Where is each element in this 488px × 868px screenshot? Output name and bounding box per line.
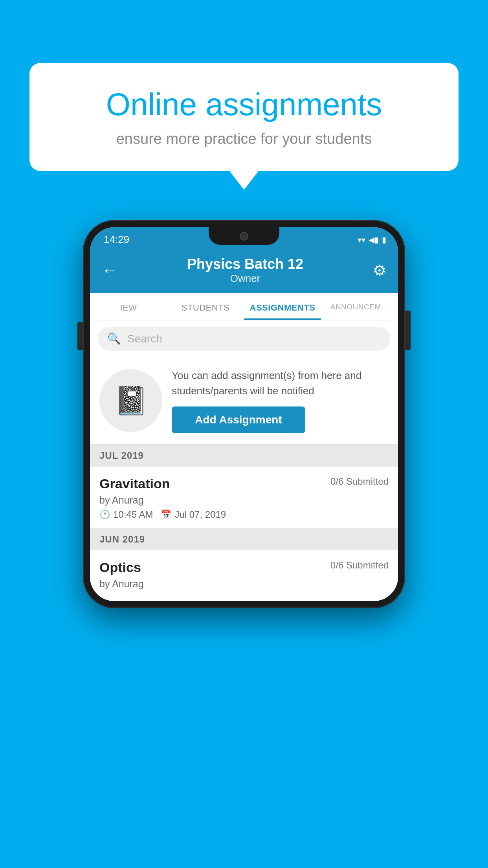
notebook-icon: 📓 bbox=[114, 384, 148, 417]
app-header: ← Physics Batch 12 Owner ⚙ bbox=[90, 249, 398, 293]
settings-icon[interactable]: ⚙ bbox=[373, 262, 386, 279]
status-icons: ▾▾ ◀▮ ▮ bbox=[358, 235, 386, 245]
assignment-item-gravitation[interactable]: Gravitation 0/6 Submitted by Anurag 🕐 10… bbox=[90, 467, 398, 528]
assignment-item-optics[interactable]: Optics 0/6 Submitted by Anurag bbox=[90, 550, 398, 601]
assignment-time: 10:45 AM bbox=[113, 509, 153, 520]
camera bbox=[240, 232, 248, 241]
optics-name: Optics bbox=[99, 560, 141, 575]
optics-by: by Anurag bbox=[99, 578, 389, 590]
content-area: 🔍 Search 📓 You can add assignment(s) fro… bbox=[90, 320, 398, 601]
assignment-by: by Anurag bbox=[99, 495, 389, 506]
search-icon: 🔍 bbox=[107, 332, 121, 345]
assignment-prompt: 📓 You can add assignment(s) from here an… bbox=[90, 357, 398, 445]
assignment-date: Jul 07, 2019 bbox=[174, 509, 226, 520]
bubble-subtitle: ensure more practice for your students bbox=[57, 131, 431, 147]
optics-submitted: 0/6 Submitted bbox=[330, 560, 389, 571]
speech-bubble: Online assignments ensure more practice … bbox=[29, 63, 459, 171]
signal-icon: ◀▮ bbox=[369, 235, 379, 245]
search-input-placeholder[interactable]: Search bbox=[127, 333, 162, 345]
clock-icon: 🕐 bbox=[99, 509, 110, 520]
back-button[interactable]: ← bbox=[102, 261, 117, 279]
tab-announcements[interactable]: ANNOUNCEM… bbox=[321, 293, 398, 320]
phone-wrapper: 14:29 ▾▾ ◀▮ ▮ ← Physics Batch 12 Owner ⚙… bbox=[83, 220, 405, 608]
assignment-submitted: 0/6 Submitted bbox=[330, 476, 389, 487]
notebook-icon-circle: 📓 bbox=[99, 369, 162, 432]
header-subtitle: Owner bbox=[187, 272, 303, 285]
header-center: Physics Batch 12 Owner bbox=[187, 256, 303, 285]
tab-students[interactable]: STUDENTS bbox=[167, 293, 244, 320]
speech-bubble-container: Online assignments ensure more practice … bbox=[29, 63, 459, 171]
assignment-top: Gravitation 0/6 Submitted bbox=[99, 476, 389, 491]
phone-screen: 14:29 ▾▾ ◀▮ ▮ ← Physics Batch 12 Owner ⚙… bbox=[90, 227, 398, 601]
phone-outer: 14:29 ▾▾ ◀▮ ▮ ← Physics Batch 12 Owner ⚙… bbox=[83, 220, 405, 608]
tab-assignments[interactable]: ASSIGNMENTS bbox=[244, 293, 321, 320]
prompt-text: You can add assignment(s) from here and … bbox=[172, 368, 389, 399]
wifi-icon: ▾▾ bbox=[358, 235, 365, 245]
header-title: Physics Batch 12 bbox=[187, 256, 303, 272]
bubble-title: Online assignments bbox=[57, 86, 431, 123]
section-header-jun: JUN 2019 bbox=[90, 528, 398, 550]
status-time: 14:29 bbox=[104, 234, 129, 246]
prompt-right: You can add assignment(s) from here and … bbox=[172, 368, 389, 433]
assignment-name: Gravitation bbox=[99, 476, 170, 491]
search-container: 🔍 Search bbox=[90, 320, 398, 357]
calendar-icon: 📅 bbox=[161, 509, 171, 520]
notch bbox=[209, 227, 279, 245]
assignment-meta: 🕐 10:45 AM 📅 Jul 07, 2019 bbox=[99, 509, 389, 520]
section-header-jul: JUL 2019 bbox=[90, 445, 398, 467]
date-meta: 📅 Jul 07, 2019 bbox=[161, 509, 226, 520]
add-assignment-button[interactable]: Add Assignment bbox=[172, 406, 305, 433]
tab-iew[interactable]: IEW bbox=[90, 293, 167, 320]
search-box[interactable]: 🔍 Search bbox=[98, 327, 390, 351]
tabs-bar: IEW STUDENTS ASSIGNMENTS ANNOUNCEM… bbox=[90, 293, 398, 320]
time-meta: 🕐 10:45 AM bbox=[99, 509, 153, 520]
battery-icon: ▮ bbox=[382, 235, 386, 245]
assignment-top-optics: Optics 0/6 Submitted bbox=[99, 560, 389, 575]
